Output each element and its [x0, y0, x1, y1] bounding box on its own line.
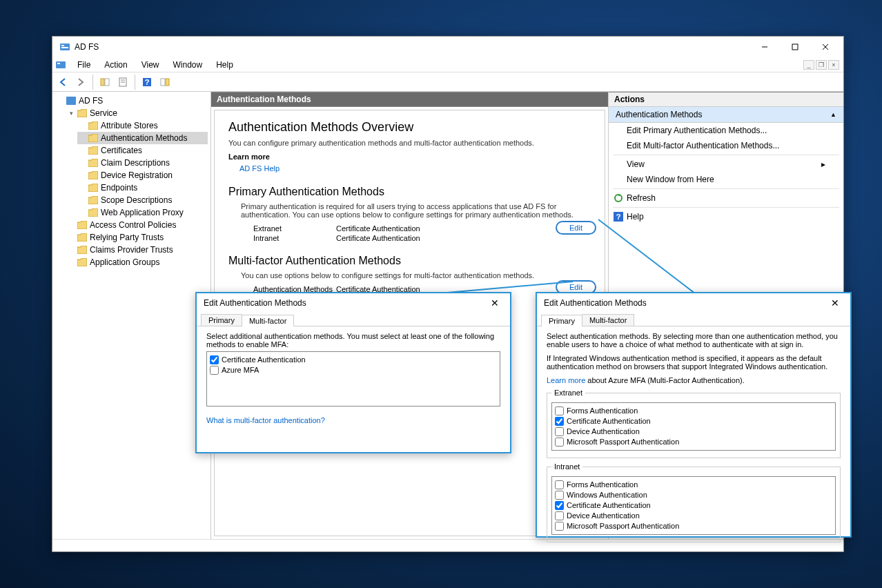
action-item[interactable]: New Window from Here	[609, 172, 843, 187]
checkbox[interactable]	[555, 427, 564, 436]
tree-item[interactable]: Claim Descriptions	[77, 157, 208, 169]
checkbox[interactable]	[555, 417, 564, 426]
tab-multi-factor[interactable]: Multi-factor	[242, 315, 294, 326]
checkbox-row[interactable]: Certificate Authentication	[555, 416, 832, 427]
tree-item[interactable]: Relying Party Trusts	[66, 231, 208, 244]
checkbox[interactable]	[555, 501, 564, 510]
checkbox-row[interactable]: Device Authentication	[555, 427, 832, 437]
show-hide-action-pane-button[interactable]	[157, 75, 173, 90]
tree-item[interactable]: Endpoints	[77, 182, 208, 194]
actions-section[interactable]: Authentication Methods ▲	[609, 107, 843, 123]
checkbox[interactable]	[210, 355, 219, 364]
checkbox[interactable]	[555, 438, 564, 447]
tabstrip: Primary Multi-factor	[197, 310, 510, 326]
row-key: Extranet	[253, 224, 336, 233]
help-link[interactable]: AD FS Help	[239, 164, 280, 173]
tab-primary[interactable]: Primary	[201, 314, 242, 326]
properties-button[interactable]	[115, 75, 130, 90]
menu-view[interactable]: View	[135, 59, 166, 71]
tree-item[interactable]: Device Registration	[77, 169, 208, 182]
checkbox-label: Device Authentication	[567, 427, 640, 437]
tree-item[interactable]: Claims Provider Trusts	[66, 244, 208, 256]
folder-icon	[77, 258, 87, 266]
extranet-legend: Extranet	[551, 389, 585, 397]
menu-action[interactable]: Action	[97, 59, 134, 71]
action-item[interactable]: ?Help	[609, 209, 843, 224]
svg-rect-4	[792, 44, 798, 50]
window-title: AD FS	[75, 42, 749, 52]
checkbox-row[interactable]: Azure MFA	[210, 365, 497, 375]
tree-service[interactable]: ▾ Service	[66, 107, 208, 119]
tree-item-label: Endpoints	[101, 182, 137, 193]
checkbox-row[interactable]: Certificate Authentication	[555, 500, 832, 511]
mdi-restore[interactable]: ❐	[816, 60, 827, 70]
action-label: Edit Multi-factor Authentication Methods…	[627, 141, 779, 150]
checkbox-label: Microsoft Passport Authentication	[567, 437, 679, 447]
close-icon[interactable]: ✕	[487, 297, 503, 308]
checkbox[interactable]	[555, 511, 564, 520]
learn-more-link[interactable]: Learn more	[547, 376, 585, 384]
folder-icon	[77, 109, 87, 117]
checkbox-row[interactable]: Microsoft Passport Authentication	[555, 437, 832, 447]
tree-item[interactable]: Web Application Proxy	[77, 206, 208, 219]
checkbox[interactable]	[555, 406, 564, 415]
collapse-icon[interactable]: ▾	[68, 108, 75, 119]
tree-item-label: Access Control Policies	[90, 219, 176, 231]
checkbox[interactable]	[210, 366, 219, 375]
checkbox-label: Certificate Authentication	[567, 500, 651, 511]
checkbox-row[interactable]: Microsoft Passport Authentication	[555, 521, 832, 531]
close-button[interactable]	[810, 37, 841, 57]
checkbox-row[interactable]: Forms Authentication	[555, 406, 832, 416]
console-tree[interactable]: AD FS ▾ Service Attribute Stores	[52, 92, 211, 539]
back-button[interactable]	[55, 75, 70, 90]
action-label: Help	[627, 212, 644, 222]
checkbox[interactable]	[555, 522, 564, 531]
checkbox-row[interactable]: Windows Authentication	[555, 490, 832, 500]
tree-item[interactable]: Application Groups	[66, 256, 208, 268]
svg-rect-16	[161, 79, 165, 86]
checkbox[interactable]	[555, 491, 564, 500]
menu-window[interactable]: Window	[166, 59, 210, 71]
help-toolbar-button[interactable]: ?	[139, 75, 155, 90]
checkbox-row[interactable]: Device Authentication	[555, 511, 832, 521]
tree-item-label: Authentication Methods	[101, 133, 187, 144]
checkbox-label: Device Authentication	[567, 511, 640, 521]
maximize-button[interactable]	[780, 37, 810, 57]
tree-root[interactable]: AD FS	[55, 95, 208, 107]
center-header: Authentication Methods	[211, 92, 608, 107]
action-item[interactable]: Edit Primary Authentication Methods...	[609, 123, 843, 138]
tree-item[interactable]: Attribute Stores	[77, 119, 208, 132]
svg-rect-7	[56, 61, 66, 68]
tree-item-label: Claims Provider Trusts	[90, 244, 173, 255]
checkbox-label: Windows Authentication	[567, 490, 647, 500]
close-icon[interactable]: ✕	[827, 297, 843, 308]
menu-help[interactable]: Help	[209, 59, 240, 71]
row-key: Intranet	[253, 234, 336, 242]
primary-desc: Primary authentication is required for a…	[241, 202, 591, 219]
checkbox-row[interactable]: Certificate Authentication	[210, 355, 497, 365]
action-item[interactable]: View▸	[609, 157, 843, 172]
checkbox[interactable]	[555, 480, 564, 489]
edit-primary-button[interactable]: Edit	[556, 221, 596, 235]
tab-primary[interactable]: Primary	[541, 315, 582, 326]
collapse-icon[interactable]: ▲	[830, 111, 836, 118]
tab-multi-factor[interactable]: Multi-factor	[582, 314, 634, 326]
minimize-button[interactable]	[749, 37, 780, 57]
action-item[interactable]: Refresh	[609, 190, 843, 206]
tree-item[interactable]: Authentication Methods	[77, 132, 208, 144]
show-hide-tree-button[interactable]	[97, 75, 112, 90]
tree-item[interactable]: Scope Descriptions	[77, 194, 208, 206]
menu-file[interactable]: File	[70, 59, 97, 71]
tree-item[interactable]: Access Control Policies	[66, 219, 208, 231]
mfa-whatis-link[interactable]: What is multi-factor authentication?	[206, 416, 325, 424]
svg-rect-18	[66, 97, 76, 105]
mfa-desc: You can use options below to configure s…	[241, 271, 591, 280]
svg-rect-2	[61, 47, 68, 48]
forward-button[interactable]	[73, 75, 88, 90]
action-item[interactable]: Edit Multi-factor Authentication Methods…	[609, 138, 843, 153]
checkbox-row[interactable]: Forms Authentication	[555, 480, 832, 490]
tree-item[interactable]: Certificates	[77, 144, 208, 157]
mdi-minimize[interactable]: _	[803, 60, 814, 70]
mdi-close[interactable]: ×	[828, 60, 839, 70]
svg-rect-1	[61, 45, 64, 46]
